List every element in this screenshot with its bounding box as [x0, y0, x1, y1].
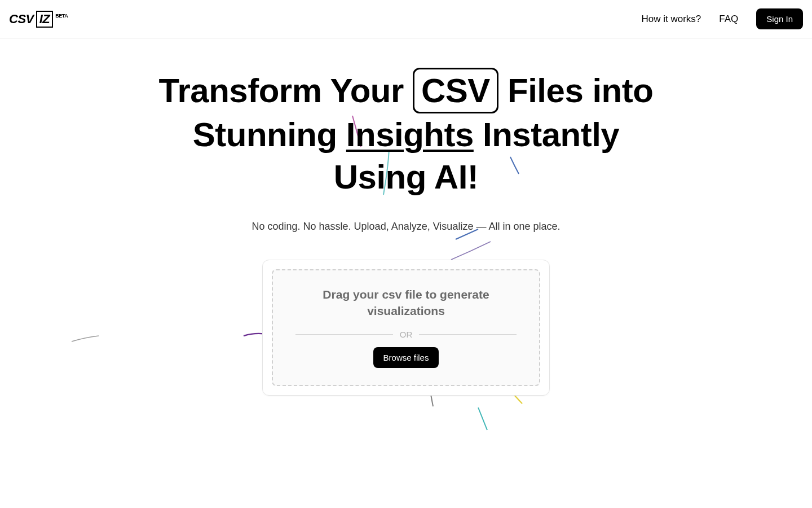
- or-divider: OR: [295, 330, 517, 339]
- browse-files-button[interactable]: Browse files: [373, 347, 439, 368]
- headline-part1: Transform Your: [159, 72, 413, 110]
- logo-csv-text: CSV: [9, 12, 34, 27]
- divider-line-right: [419, 334, 517, 335]
- logo[interactable]: CSVIZBETA: [9, 11, 68, 28]
- logo-beta-badge: BETA: [55, 13, 68, 19]
- hero-subtitle: No coding. No hassle. Upload, Analyze, V…: [0, 221, 812, 233]
- upload-instructions: Drag your csv file to generate visualiza…: [295, 286, 517, 319]
- sign-in-button[interactable]: Sign In: [756, 8, 803, 29]
- logo-iz-text: IZ: [36, 11, 54, 28]
- hero-headline: Transform Your CSV Files into Stunning I…: [152, 68, 660, 198]
- hero-section: Transform Your CSV Files into Stunning I…: [0, 38, 812, 396]
- nav-how-it-works[interactable]: How it works?: [641, 14, 701, 25]
- or-text: OR: [400, 330, 413, 339]
- upload-card: Drag your csv file to generate visualiza…: [262, 260, 550, 396]
- upload-dropzone[interactable]: Drag your csv file to generate visualiza…: [272, 269, 540, 386]
- divider-line-left: [295, 334, 393, 335]
- headline-csv-box: CSV: [413, 68, 498, 113]
- nav-faq[interactable]: FAQ: [719, 14, 738, 25]
- headline-insights: Insights: [346, 116, 474, 154]
- nav: How it works? FAQ Sign In: [641, 8, 803, 29]
- header: CSVIZBETA How it works? FAQ Sign In: [0, 0, 812, 38]
